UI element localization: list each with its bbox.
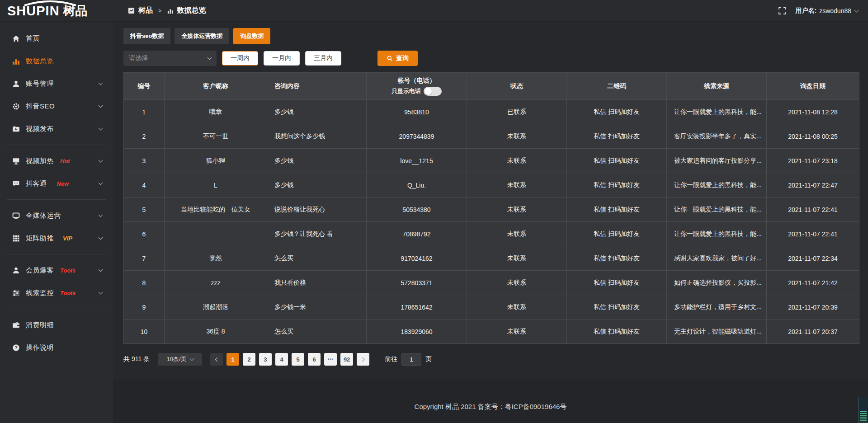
- cell-account: 178651642: [367, 295, 467, 320]
- source-link[interactable]: 让你一眼就爱上的黑科技，能...: [667, 197, 767, 222]
- username[interactable]: zswodun88: [819, 7, 851, 14]
- source-link[interactable]: 如何正确选择投影仪，买投影...: [667, 271, 767, 295]
- chevron-down-icon[interactable]: [854, 8, 859, 12]
- goto-label: 前往: [385, 355, 397, 363]
- sidebar-item-video-publish[interactable]: 视频发布: [0, 118, 113, 140]
- page-button-6[interactable]: 6: [308, 353, 321, 366]
- breadcrumb-root[interactable]: 树品: [138, 6, 153, 15]
- sidebar-item-label: 操作说明: [26, 343, 54, 352]
- sidebar-item-label: 会员爆客: [26, 266, 54, 275]
- sidebar-item-member-burst[interactable]: 会员爆客 Tools: [0, 259, 113, 282]
- sidebar-divider: [7, 309, 106, 309]
- qrcode-link[interactable]: 私信 扫码加好友: [567, 320, 667, 344]
- page-button-3[interactable]: 3: [259, 353, 272, 366]
- tab-omni-media-data[interactable]: 全媒体运营数据: [175, 28, 229, 44]
- cell-nickname: L: [165, 173, 267, 197]
- sidebar-item-label: 抖音SEO: [26, 102, 55, 111]
- source-link[interactable]: 让你一眼就爱上的黑科技，能...: [667, 100, 767, 124]
- source-link[interactable]: 无主灯设计，智能磁吸轨道灯...: [667, 320, 767, 344]
- data-tabs: 抖音seo数据 全媒体运营数据 询盘数据: [123, 28, 859, 44]
- source-link[interactable]: 让你一眼就爱上的黑科技，能...: [667, 222, 767, 246]
- svg-text:?: ?: [14, 345, 17, 350]
- sidebar-item-account-management[interactable]: 账号管理: [0, 72, 113, 95]
- account-header-title: 帐号（电话）: [398, 77, 436, 85]
- qrcode-link[interactable]: 私信 扫码加好友: [567, 271, 667, 295]
- monitor-heat-icon: [12, 157, 20, 165]
- sidebar-item-douyin-seo[interactable]: 抖音SEO: [0, 95, 113, 118]
- cell-nickname: [165, 222, 267, 246]
- cell-nickname: zzz: [165, 271, 267, 295]
- page-size-select[interactable]: 10条/页: [158, 353, 202, 366]
- breadcrumb-current: 数据总览: [177, 6, 206, 15]
- fullscreen-icon[interactable]: [778, 7, 786, 14]
- qrcode-link[interactable]: 私信 扫码加好友: [567, 222, 667, 246]
- qrcode-link[interactable]: 私信 扫码加好友: [567, 197, 667, 222]
- page-button-1[interactable]: 1: [226, 353, 239, 366]
- range-button-quarter[interactable]: 三月内: [305, 51, 341, 66]
- cell-account: 183929060: [367, 320, 467, 344]
- vip-badge: VIP: [63, 235, 72, 242]
- home-icon: [12, 35, 20, 42]
- tab-inquiry-data[interactable]: 询盘数据: [233, 28, 270, 44]
- search-button[interactable]: 查询: [377, 51, 418, 66]
- tools-badge: Tools: [60, 267, 75, 274]
- goto-page-input[interactable]: [401, 353, 421, 366]
- qrcode-link[interactable]: 私信 扫码加好友: [567, 173, 667, 197]
- chevron-down-icon: [99, 158, 103, 163]
- source-link[interactable]: 让你一眼就爱上的黑科技，能...: [667, 173, 767, 197]
- pagination: 共 911 条 10条/页 1 2 3 4 5 6 ••• 92 前往 页: [123, 353, 859, 366]
- cell-date: 2021-11-07 22:34: [767, 246, 859, 271]
- user-icon: [12, 267, 20, 274]
- qrcode-link[interactable]: 私信 扫码加好友: [567, 124, 667, 149]
- cell-account: 572803371: [367, 271, 467, 295]
- pagination-ellipsis[interactable]: •••: [324, 353, 337, 366]
- qrcode-link[interactable]: 私信 扫码加好友: [567, 100, 667, 124]
- cell-nickname: 哦章: [165, 100, 267, 124]
- qrcode-link[interactable]: 私信 扫码加好友: [567, 149, 667, 173]
- range-button-month[interactable]: 一月内: [264, 51, 300, 66]
- cell-id: 5: [124, 197, 165, 222]
- page-button-2[interactable]: 2: [243, 353, 255, 366]
- sidebar-item-data-overview[interactable]: 数据总览: [0, 50, 113, 72]
- tab-douyin-seo-data[interactable]: 抖音seo数据: [123, 28, 170, 44]
- breadcrumb: 树品 > 数据总览: [128, 6, 206, 15]
- page-button-5[interactable]: 5: [292, 353, 304, 366]
- sidebar-item-omni-media[interactable]: 全媒体运营: [0, 204, 113, 227]
- source-link[interactable]: 多功能护栏灯，适用于乡村文...: [667, 295, 767, 320]
- page-button-4[interactable]: 4: [275, 353, 288, 366]
- sidebar-item-home[interactable]: 首页: [0, 27, 113, 50]
- cell-account: Q_Liu.: [367, 173, 467, 197]
- phone-only-toggle[interactable]: [424, 87, 442, 96]
- cell-content: 怎么买: [267, 320, 367, 344]
- sidebar-item-doketong[interactable]: 抖客通 New: [0, 172, 113, 195]
- sidebar-item-spend-detail[interactable]: 消费明细: [0, 314, 113, 336]
- source-link[interactable]: 感谢大家喜欢我家，被问了好...: [667, 246, 767, 271]
- sidebar-item-lead-monitor[interactable]: 线索监控 Tools: [0, 282, 113, 304]
- source-link[interactable]: 被大家追着问的客厅投影分享...: [667, 149, 767, 173]
- gear-icon: [12, 103, 20, 110]
- sidebar-item-video-heat[interactable]: 视频加热 Hot: [0, 150, 113, 172]
- page-button-92[interactable]: 92: [340, 353, 353, 366]
- column-header-date: 询盘日期: [767, 73, 859, 100]
- cell-date: 2021-11-07 20:39: [767, 295, 859, 320]
- cell-content: 怎么买: [267, 246, 367, 271]
- range-button-week[interactable]: 一周内: [222, 51, 258, 66]
- next-page-button[interactable]: [357, 353, 369, 366]
- sidebar-item-instructions[interactable]: ? 操作说明: [0, 336, 113, 359]
- account-select[interactable]: 请选择: [123, 51, 217, 66]
- chevron-down-icon: [189, 357, 194, 361]
- status-badge: 未联系: [467, 320, 567, 344]
- column-header-account: 帐号（电话） 只显示电话: [367, 73, 467, 100]
- sidebar-item-matrix-boost[interactable]: 矩阵助推 VIP: [0, 227, 113, 249]
- prev-page-button[interactable]: [210, 353, 223, 366]
- source-link[interactable]: 客厅安装投影半年多了，真实...: [667, 124, 767, 149]
- status-badge: 未联系: [467, 124, 567, 149]
- cell-content: 说说价格让我死心: [267, 197, 367, 222]
- cell-account: 9583810: [367, 100, 467, 124]
- sidebar-item-label: 数据总览: [26, 57, 54, 66]
- cell-id: 9: [124, 295, 165, 320]
- qrcode-link[interactable]: 私信 扫码加好友: [567, 295, 667, 320]
- cell-account: 50534380: [367, 197, 467, 222]
- sidebar-item-label: 全媒体运营: [26, 212, 61, 220]
- qrcode-link[interactable]: 私信 扫码加好友: [567, 246, 667, 271]
